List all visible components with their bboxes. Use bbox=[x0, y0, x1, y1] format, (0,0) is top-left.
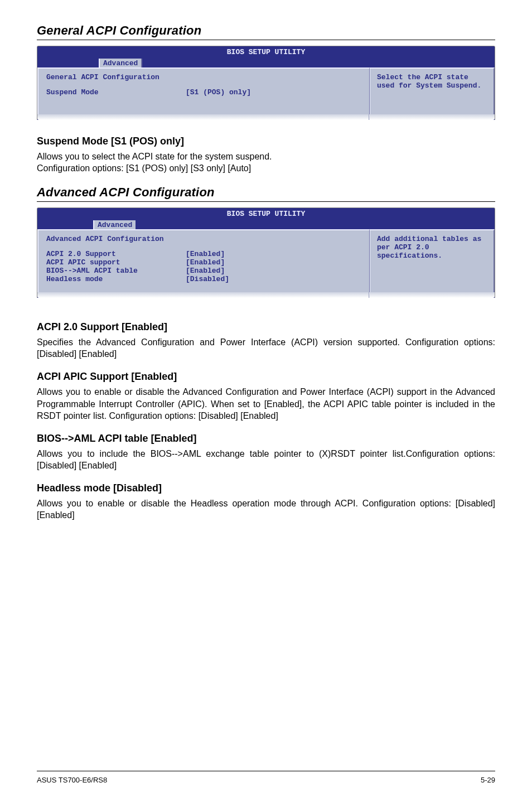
bios-panel-advanced: BIOS SETUP UTILITY Advanced Advanced ACP… bbox=[37, 207, 495, 298]
setting-value: [Enabled] bbox=[186, 250, 225, 258]
bios-tab-bar: Advanced bbox=[37, 219, 495, 229]
bios-fade-bottom bbox=[37, 114, 495, 120]
bios-settings-pane: Advanced ACPI Configuration ACPI 2.0 Sup… bbox=[37, 229, 370, 292]
paragraph-headless: Allows you to enable or disable the Head… bbox=[37, 497, 495, 521]
bios-help-text: Add additional tables as per ACPI 2.0 sp… bbox=[377, 235, 487, 260]
setting-row-apic[interactable]: ACPI APIC support [Enabled] bbox=[46, 258, 361, 267]
setting-value: [Enabled] bbox=[186, 258, 225, 267]
setting-row-acpi20[interactable]: ACPI 2.0 Support [Enabled] bbox=[46, 250, 361, 258]
setting-row-headless[interactable]: Headless mode [Disabled] bbox=[46, 275, 361, 283]
bios-section-header: Advanced ACPI Configuration bbox=[46, 235, 361, 243]
heading-acpi20: ACPI 2.0 Support [Enabled] bbox=[37, 321, 495, 333]
setting-value: [Enabled] bbox=[186, 267, 225, 275]
footer-left: ASUS TS700-E6/RS8 bbox=[37, 776, 107, 784]
footer-right: 5-29 bbox=[481, 776, 495, 784]
setting-label: Suspend Mode bbox=[46, 88, 186, 96]
bios-fade-bottom bbox=[37, 292, 495, 298]
heading-headless: Headless mode [Disabled] bbox=[37, 482, 495, 494]
paragraph-suspend-mode: Allows you to select the ACPI state for … bbox=[37, 151, 495, 174]
setting-label: ACPI APIC support bbox=[46, 258, 186, 267]
text-line: Configuration options: [S1 (POS) only] [… bbox=[37, 162, 495, 174]
paragraph-acpi20: Specifies the Advanced Configuration and… bbox=[37, 336, 495, 360]
setting-label: BIOS-->AML ACPI table bbox=[46, 267, 186, 275]
setting-row-aml[interactable]: BIOS-->AML ACPI table [Enabled] bbox=[46, 267, 361, 275]
bios-help-text: Select the ACPI state used for System Su… bbox=[377, 73, 487, 90]
setting-label: Headless mode bbox=[46, 275, 186, 283]
page-footer: ASUS TS700-E6/RS8 5-29 bbox=[37, 771, 495, 784]
text-line: Allows you to select the ACPI state for … bbox=[37, 151, 495, 162]
bios-tab-bar: Advanced bbox=[37, 57, 495, 67]
bios-body: Advanced ACPI Configuration ACPI 2.0 Sup… bbox=[37, 229, 495, 292]
setting-row-suspend-mode[interactable]: Suspend Mode [S1 (POS) only] bbox=[46, 88, 361, 96]
bios-settings-pane: General ACPI Configuration Suspend Mode … bbox=[37, 67, 370, 114]
setting-value: [S1 (POS) only] bbox=[186, 88, 251, 96]
bios-tab-advanced[interactable]: Advanced bbox=[93, 220, 136, 230]
heading-general-acpi: General ACPI Configuration bbox=[37, 23, 495, 40]
bios-panel-general: BIOS SETUP UTILITY Advanced General ACPI… bbox=[37, 46, 495, 120]
bios-section-header: General ACPI Configuration bbox=[46, 73, 361, 81]
heading-apic: ACPI APIC Support [Enabled] bbox=[37, 371, 495, 383]
bios-help-pane: Add additional tables as per ACPI 2.0 sp… bbox=[370, 229, 495, 292]
heading-advanced-acpi: Advanced ACPI Configuration bbox=[37, 185, 495, 202]
bios-title: BIOS SETUP UTILITY bbox=[37, 46, 495, 57]
bios-body: General ACPI Configuration Suspend Mode … bbox=[37, 67, 495, 114]
setting-value: [Disabled] bbox=[186, 275, 229, 283]
bios-help-pane: Select the ACPI state used for System Su… bbox=[370, 67, 495, 114]
bios-title: BIOS SETUP UTILITY bbox=[37, 208, 495, 219]
setting-label: ACPI 2.0 Support bbox=[46, 250, 186, 258]
heading-aml: BIOS-->AML ACPI table [Enabled] bbox=[37, 433, 495, 445]
paragraph-aml: Allows you to include the BIOS-->AML exc… bbox=[37, 448, 495, 471]
paragraph-apic: Allows you to enable or disable the Adva… bbox=[37, 386, 495, 421]
bios-tab-advanced[interactable]: Advanced bbox=[99, 59, 142, 68]
heading-suspend-mode: Suspend Mode [S1 (POS) only] bbox=[37, 136, 495, 147]
